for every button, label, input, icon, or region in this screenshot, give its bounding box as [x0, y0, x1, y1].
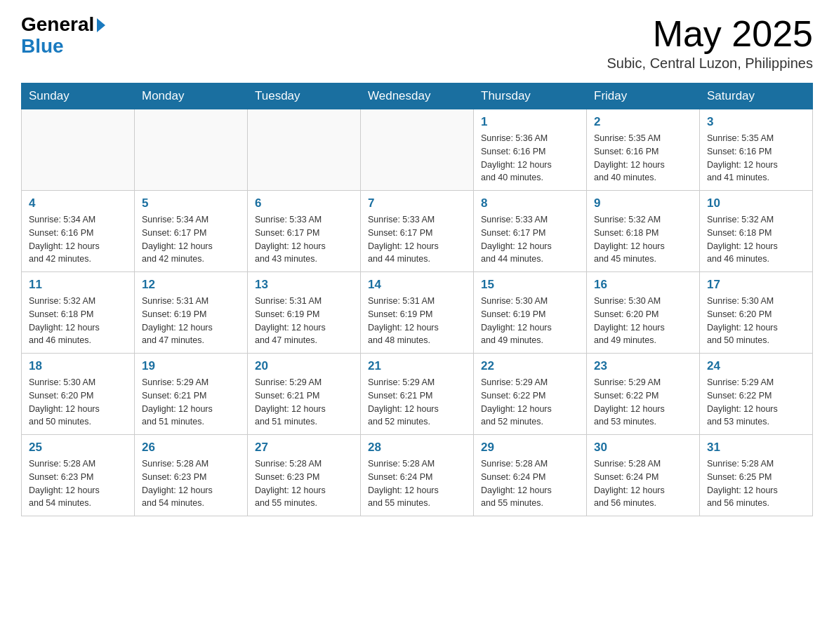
calendar-day-cell: 26Sunrise: 5:28 AM Sunset: 6:23 PM Dayli…	[135, 435, 248, 516]
calendar-day-cell: 21Sunrise: 5:29 AM Sunset: 6:21 PM Dayli…	[361, 354, 474, 435]
day-number: 16	[594, 278, 692, 292]
day-number: 1	[481, 115, 579, 129]
calendar-week-row: 1Sunrise: 5:36 AM Sunset: 6:16 PM Daylig…	[22, 109, 813, 191]
day-number: 23	[594, 359, 692, 373]
weekday-header: Friday	[587, 83, 700, 109]
calendar-day-cell: 22Sunrise: 5:29 AM Sunset: 6:22 PM Dayli…	[474, 354, 587, 435]
calendar-day-cell: 13Sunrise: 5:31 AM Sunset: 6:19 PM Dayli…	[248, 272, 361, 354]
calendar-day-cell: 28Sunrise: 5:28 AM Sunset: 6:24 PM Dayli…	[361, 435, 474, 516]
day-number: 24	[707, 359, 805, 373]
day-info: Sunrise: 5:31 AM Sunset: 6:19 PM Dayligh…	[142, 295, 240, 347]
calendar-day-cell: 17Sunrise: 5:30 AM Sunset: 6:20 PM Dayli…	[700, 272, 813, 354]
day-info: Sunrise: 5:35 AM Sunset: 6:16 PM Dayligh…	[594, 132, 692, 185]
day-info: Sunrise: 5:28 AM Sunset: 6:23 PM Dayligh…	[255, 457, 353, 510]
page-header: General Blue May 2025 Subic, Central Luz…	[21, 14, 813, 72]
day-info: Sunrise: 5:36 AM Sunset: 6:16 PM Dayligh…	[481, 132, 579, 185]
logo: General Blue	[21, 14, 105, 58]
day-number: 20	[255, 359, 353, 373]
calendar-day-cell	[361, 109, 474, 191]
calendar-header-row: SundayMondayTuesdayWednesdayThursdayFrid…	[22, 83, 813, 109]
day-info: Sunrise: 5:28 AM Sunset: 6:23 PM Dayligh…	[142, 457, 240, 510]
calendar-day-cell: 9Sunrise: 5:32 AM Sunset: 6:18 PM Daylig…	[587, 191, 700, 272]
calendar-day-cell	[22, 109, 135, 191]
day-number: 15	[481, 278, 579, 292]
day-info: Sunrise: 5:32 AM Sunset: 6:18 PM Dayligh…	[707, 213, 805, 266]
day-number: 4	[29, 196, 127, 210]
calendar-day-cell: 30Sunrise: 5:28 AM Sunset: 6:24 PM Dayli…	[587, 435, 700, 516]
calendar-day-cell: 24Sunrise: 5:29 AM Sunset: 6:22 PM Dayli…	[700, 354, 813, 435]
day-number: 26	[142, 441, 240, 455]
day-info: Sunrise: 5:31 AM Sunset: 6:19 PM Dayligh…	[255, 295, 353, 347]
day-info: Sunrise: 5:35 AM Sunset: 6:16 PM Dayligh…	[707, 132, 805, 185]
day-number: 14	[368, 278, 466, 292]
day-info: Sunrise: 5:34 AM Sunset: 6:17 PM Dayligh…	[142, 213, 240, 266]
logo-general-text: General	[21, 14, 94, 36]
calendar-day-cell: 27Sunrise: 5:28 AM Sunset: 6:23 PM Dayli…	[248, 435, 361, 516]
day-info: Sunrise: 5:29 AM Sunset: 6:21 PM Dayligh…	[142, 376, 240, 429]
calendar-table: SundayMondayTuesdayWednesdayThursdayFrid…	[21, 83, 813, 516]
day-number: 28	[368, 441, 466, 455]
day-number: 3	[707, 115, 805, 129]
day-info: Sunrise: 5:33 AM Sunset: 6:17 PM Dayligh…	[368, 213, 466, 266]
calendar-day-cell: 2Sunrise: 5:35 AM Sunset: 6:16 PM Daylig…	[587, 109, 700, 191]
day-number: 25	[29, 441, 127, 455]
weekday-header: Thursday	[474, 83, 587, 109]
calendar-day-cell	[135, 109, 248, 191]
calendar-day-cell: 7Sunrise: 5:33 AM Sunset: 6:17 PM Daylig…	[361, 191, 474, 272]
day-info: Sunrise: 5:32 AM Sunset: 6:18 PM Dayligh…	[29, 295, 127, 347]
day-number: 6	[255, 196, 353, 210]
calendar-day-cell: 29Sunrise: 5:28 AM Sunset: 6:24 PM Dayli…	[474, 435, 587, 516]
weekday-header: Saturday	[700, 83, 813, 109]
calendar-day-cell: 11Sunrise: 5:32 AM Sunset: 6:18 PM Dayli…	[22, 272, 135, 354]
day-info: Sunrise: 5:33 AM Sunset: 6:17 PM Dayligh…	[255, 213, 353, 266]
calendar-day-cell: 1Sunrise: 5:36 AM Sunset: 6:16 PM Daylig…	[474, 109, 587, 191]
calendar-day-cell: 19Sunrise: 5:29 AM Sunset: 6:21 PM Dayli…	[135, 354, 248, 435]
month-year-title: May 2025	[607, 14, 813, 54]
day-number: 10	[707, 196, 805, 210]
day-number: 13	[255, 278, 353, 292]
calendar-day-cell: 23Sunrise: 5:29 AM Sunset: 6:22 PM Dayli…	[587, 354, 700, 435]
calendar-day-cell: 4Sunrise: 5:34 AM Sunset: 6:16 PM Daylig…	[22, 191, 135, 272]
day-number: 2	[594, 115, 692, 129]
day-number: 31	[707, 441, 805, 455]
day-info: Sunrise: 5:30 AM Sunset: 6:19 PM Dayligh…	[481, 295, 579, 347]
day-number: 12	[142, 278, 240, 292]
calendar-day-cell: 31Sunrise: 5:28 AM Sunset: 6:25 PM Dayli…	[700, 435, 813, 516]
calendar-day-cell: 18Sunrise: 5:30 AM Sunset: 6:20 PM Dayli…	[22, 354, 135, 435]
day-number: 7	[368, 196, 466, 210]
calendar-week-row: 18Sunrise: 5:30 AM Sunset: 6:20 PM Dayli…	[22, 354, 813, 435]
day-number: 9	[594, 196, 692, 210]
day-number: 19	[142, 359, 240, 373]
calendar-day-cell: 8Sunrise: 5:33 AM Sunset: 6:17 PM Daylig…	[474, 191, 587, 272]
day-info: Sunrise: 5:33 AM Sunset: 6:17 PM Dayligh…	[481, 213, 579, 266]
day-number: 21	[368, 359, 466, 373]
day-number: 30	[594, 441, 692, 455]
calendar-day-cell	[248, 109, 361, 191]
day-info: Sunrise: 5:28 AM Sunset: 6:25 PM Dayligh…	[707, 457, 805, 510]
calendar-day-cell: 6Sunrise: 5:33 AM Sunset: 6:17 PM Daylig…	[248, 191, 361, 272]
day-number: 22	[481, 359, 579, 373]
day-info: Sunrise: 5:28 AM Sunset: 6:23 PM Dayligh…	[29, 457, 127, 510]
day-number: 8	[481, 196, 579, 210]
day-number: 11	[29, 278, 127, 292]
logo-text: General	[21, 14, 105, 36]
logo-blue-text: Blue	[21, 36, 105, 58]
weekday-header: Monday	[135, 83, 248, 109]
calendar-day-cell: 14Sunrise: 5:31 AM Sunset: 6:19 PM Dayli…	[361, 272, 474, 354]
day-info: Sunrise: 5:31 AM Sunset: 6:19 PM Dayligh…	[368, 295, 466, 347]
calendar-day-cell: 15Sunrise: 5:30 AM Sunset: 6:19 PM Dayli…	[474, 272, 587, 354]
day-info: Sunrise: 5:29 AM Sunset: 6:21 PM Dayligh…	[255, 376, 353, 429]
calendar-week-row: 4Sunrise: 5:34 AM Sunset: 6:16 PM Daylig…	[22, 191, 813, 272]
day-info: Sunrise: 5:29 AM Sunset: 6:21 PM Dayligh…	[368, 376, 466, 429]
day-info: Sunrise: 5:29 AM Sunset: 6:22 PM Dayligh…	[594, 376, 692, 429]
calendar-day-cell: 3Sunrise: 5:35 AM Sunset: 6:16 PM Daylig…	[700, 109, 813, 191]
day-number: 17	[707, 278, 805, 292]
day-number: 27	[255, 441, 353, 455]
day-info: Sunrise: 5:28 AM Sunset: 6:24 PM Dayligh…	[368, 457, 466, 510]
header-title-block: May 2025 Subic, Central Luzon, Philippin…	[607, 14, 813, 72]
day-info: Sunrise: 5:32 AM Sunset: 6:18 PM Dayligh…	[594, 213, 692, 266]
day-number: 29	[481, 441, 579, 455]
calendar-day-cell: 5Sunrise: 5:34 AM Sunset: 6:17 PM Daylig…	[135, 191, 248, 272]
day-number: 18	[29, 359, 127, 373]
day-info: Sunrise: 5:30 AM Sunset: 6:20 PM Dayligh…	[29, 376, 127, 429]
